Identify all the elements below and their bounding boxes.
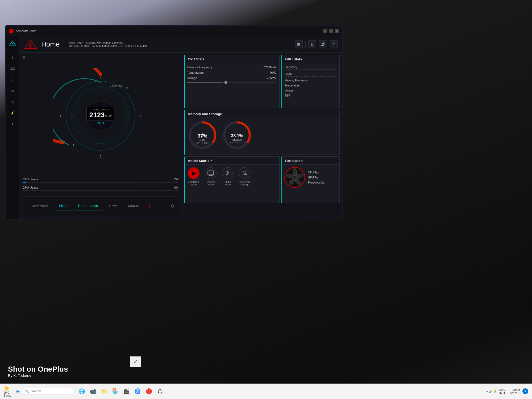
system-specs: AMD Ryzen 9 5900HS with Radeon Graphics … [65, 41, 148, 47]
sidebar-item-extras[interactable]: ✦ [8, 119, 17, 129]
mode-performance[interactable]: Performance [73, 202, 103, 210]
audio-mode-label: AudioMode [225, 181, 231, 186]
gpu-temp-label: Temperature [285, 84, 336, 87]
animation-mode-button[interactable]: ▶ AnimationMode [188, 167, 200, 186]
svg-text:3: 3 [127, 143, 129, 147]
anime-matrix-panel: AniMe Matrix™ ▶ AnimationMode [184, 156, 280, 203]
taskbar-search[interactable]: 🔍 Search [22, 388, 75, 395]
sidebar-item-home[interactable] [8, 38, 17, 48]
taskbar-app-store[interactable]: 🏪 [110, 386, 120, 396]
close-button[interactable]: ✕ [335, 29, 339, 33]
taskbar-app-media[interactable]: 🎬 [122, 386, 131, 396]
sidebar-item-info[interactable]: ℹ [8, 52, 17, 62]
temperature-row: Temperature 46°C [187, 71, 276, 74]
mode-manual[interactable]: Manual [123, 202, 144, 210]
memory-storage-panel: Memory and Storage [184, 110, 340, 155]
cpu-usage-header: CPU Usage 2% [23, 178, 178, 181]
window-controls: ─ □ ✕ [323, 29, 339, 33]
system-clock: 10:35 5.8.2023 г. [508, 388, 520, 395]
gpu-tgp-item: TGP [285, 94, 336, 97]
gpu-usage-bar [23, 190, 178, 191]
gpu-usage-row: GPU Usage 0% [23, 186, 178, 191]
mode-windows[interactable]: Windows® [27, 202, 53, 210]
storage-percent: 38.1% [229, 134, 245, 138]
gpu-frequency-bar [285, 69, 336, 70]
system-mode-icon [205, 167, 217, 179]
fan-speed-title: Fan Speed [281, 157, 339, 165]
mode-silent[interactable]: Silent [54, 202, 72, 210]
cpu-usage-label: CPU Usage [23, 178, 38, 181]
grid-view-button[interactable]: ⊞ [295, 40, 303, 48]
title-bar: Armoury Crate ─ □ ✕ [6, 26, 342, 36]
cpu-gauge: 6 5 4 3 2 1 0 x 1000 MHz [53, 68, 148, 164]
bottom-row: AniMe Matrix™ ▶ AnimationMode [184, 156, 340, 203]
date-display: 5.8.2023 г. [508, 392, 520, 395]
performance-modes-bar: Windows® Silent Performance Turbo Manual… [23, 196, 178, 215]
taskbar-right: ∧ 🔊 🔋 ENG INTL 10:35 5.8.2023 г. i [486, 388, 528, 395]
sidebar-item-scenarios[interactable]: ⊞ [8, 86, 17, 95]
taskbar-app-1[interactable]: 🌐 [77, 386, 86, 396]
taskbar-app-edge[interactable]: 🌀 [133, 386, 142, 396]
stats-top-row: CPU Stats Memory Frequency 3200MHz Tempe… [184, 55, 340, 108]
svg-point-45 [243, 174, 244, 175]
minimize-button[interactable]: ─ [323, 29, 327, 33]
sidebar-item-boost[interactable]: ⚡ [8, 108, 17, 118]
cpu-label: CPU [86, 122, 115, 125]
voltage-bar-fill [187, 82, 223, 83]
restore-button[interactable]: □ [329, 29, 333, 33]
svg-marker-3 [26, 42, 35, 48]
preference-settings-label: PreferenceSettings [239, 181, 251, 186]
cpu-usage-bar [23, 182, 178, 183]
cpu-gauge-container: 6 5 4 3 2 1 0 x 1000 MHz [23, 56, 178, 176]
app-icon [9, 29, 14, 34]
frequency-unit: MHz [105, 114, 112, 118]
gpu-voltage-label: Voltage [285, 89, 336, 92]
sidebar-divider [9, 50, 16, 50]
main-panel: Home AMD Ryzen 9 5900HS with Radeon Grap… [19, 36, 342, 219]
sidebar-item-aura[interactable]: △ [8, 75, 17, 84]
svg-point-54 [294, 177, 296, 178]
taskbar-app-amd[interactable]: 🔴 [144, 386, 153, 396]
app-title: Armoury Crate [16, 29, 323, 33]
usage-section: CPU Usage 2% GPU Usage 0% [23, 176, 178, 196]
fan-acoustics-label: Fan Acoustics [308, 181, 325, 184]
fan-wheel [284, 167, 305, 188]
voltage-label: Voltage [187, 76, 197, 80]
gpu-usage-item: Usage [285, 72, 336, 77]
svg-rect-35 [209, 175, 213, 176]
notification-badge[interactable]: i [522, 388, 528, 394]
divider [305, 41, 306, 48]
fan-indicator-icon: 🌡 [147, 204, 152, 209]
ram-type-label: RAM [196, 139, 209, 142]
monitor-button[interactable]: 🖥 [308, 40, 316, 48]
memory-body: 37% RAM 5.7/15.4GB [184, 118, 339, 152]
cpu-stats-title: CPU Stats [184, 55, 279, 63]
phone-button[interactable]: 📱 [330, 40, 338, 48]
taskbar-app-zoom[interactable]: 📹 [88, 386, 98, 396]
gpu-frequency-item: Frequency [285, 66, 336, 70]
taskbar-app-files[interactable]: 📁 [99, 386, 109, 396]
cpu-usage-row: CPU Usage 2% [23, 178, 178, 183]
system-mode-button[interactable]: SystemMode [205, 167, 217, 186]
preference-settings-button[interactable]: PreferenceSettings [239, 167, 251, 186]
voltage-indicator [225, 81, 227, 84]
memory-frequency-label: Memory Frequency [187, 66, 213, 69]
gpu-temp-item: Temperature [285, 84, 336, 87]
mode-turbo[interactable]: Turbo [104, 202, 122, 210]
gpu-stats-body: Frequency Usage Memory Frequency [281, 63, 339, 102]
svg-rect-34 [210, 175, 212, 175]
taskbar-app-rog[interactable]: ⬡ [155, 386, 165, 396]
cpu-stats-panel: CPU Stats Memory Frequency 3200MHz Tempe… [184, 55, 280, 108]
performance-settings-icon[interactable]: ⚙ [171, 203, 174, 209]
sidebar-item-gamevisual[interactable]: ⊡ [8, 97, 17, 107]
ram-label-center: 37% RAM 5.7/15.4GB [196, 126, 209, 144]
speaker-button[interactable]: 🔊 [319, 40, 327, 48]
weather-icon: ☀️ [4, 385, 11, 391]
gpu-tgp-label: TGP [285, 94, 336, 97]
fan-speed-panel: Fan Speed [281, 156, 340, 203]
time-display: 10:35 [508, 388, 520, 392]
sidebar-item-keyboard[interactable]: ⌨ [8, 64, 17, 73]
svg-text:6: 6 [99, 76, 101, 80]
start-button[interactable]: ⊞ [15, 388, 20, 394]
audio-mode-button[interactable]: AudioMode [222, 167, 234, 186]
